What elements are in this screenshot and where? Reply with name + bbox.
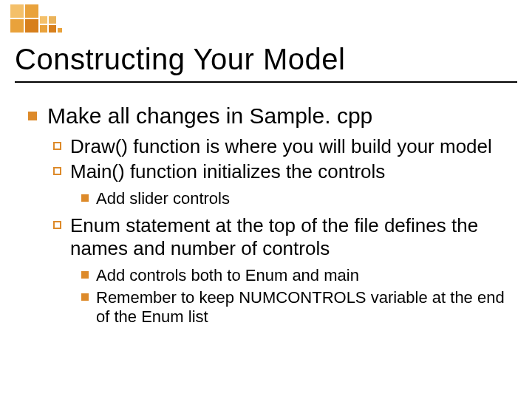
svg-rect-8 (58, 28, 62, 33)
bullet-lvl2: Enum statement at the top of the file de… (53, 214, 508, 259)
square-bullet-icon (81, 271, 89, 279)
open-square-bullet-icon (53, 221, 61, 229)
svg-rect-3 (25, 19, 38, 33)
slide: Constructing Your Model Make all changes… (0, 0, 532, 399)
bullet-lvl3: Remember to keep NUMCONTROLS variable at… (81, 288, 508, 327)
square-bullet-icon (81, 293, 89, 301)
lvl3-text: Add slider controls (96, 189, 230, 208)
svg-rect-6 (40, 25, 47, 33)
title-underline (15, 81, 517, 83)
slide-title: Constructing Your Model (15, 43, 345, 76)
content-area: Make all changes in Sample. cpp Draw() f… (28, 103, 508, 327)
bullet-lvl3: Add controls both to Enum and main (81, 266, 508, 285)
lvl3-text: Remember to keep NUMCONTROLS variable at… (96, 288, 508, 327)
lvl2-text: Draw() function is where you will build … (70, 135, 492, 158)
svg-rect-5 (49, 16, 56, 24)
bullet-lvl1: Make all changes in Sample. cpp (28, 103, 508, 129)
svg-rect-2 (10, 19, 24, 33)
lvl2-text: Main() function initializes the controls (70, 160, 385, 183)
lvl2-text: Enum statement at the top of the file de… (70, 214, 508, 259)
svg-rect-4 (40, 16, 47, 24)
square-bullet-icon (81, 194, 89, 202)
svg-rect-0 (10, 4, 24, 18)
lvl3-text: Add controls both to Enum and main (96, 266, 359, 285)
svg-rect-1 (25, 4, 38, 18)
bullet-lvl2: Main() function initializes the controls (53, 160, 508, 183)
corner-decoration (10, 4, 69, 38)
square-bullet-icon (28, 112, 37, 120)
bullet-lvl2: Draw() function is where you will build … (53, 135, 508, 158)
open-square-bullet-icon (53, 142, 61, 150)
open-square-bullet-icon (53, 167, 61, 175)
bullet-lvl3: Add slider controls (81, 189, 508, 208)
lvl1-text: Make all changes in Sample. cpp (47, 103, 372, 129)
svg-rect-7 (49, 25, 56, 33)
